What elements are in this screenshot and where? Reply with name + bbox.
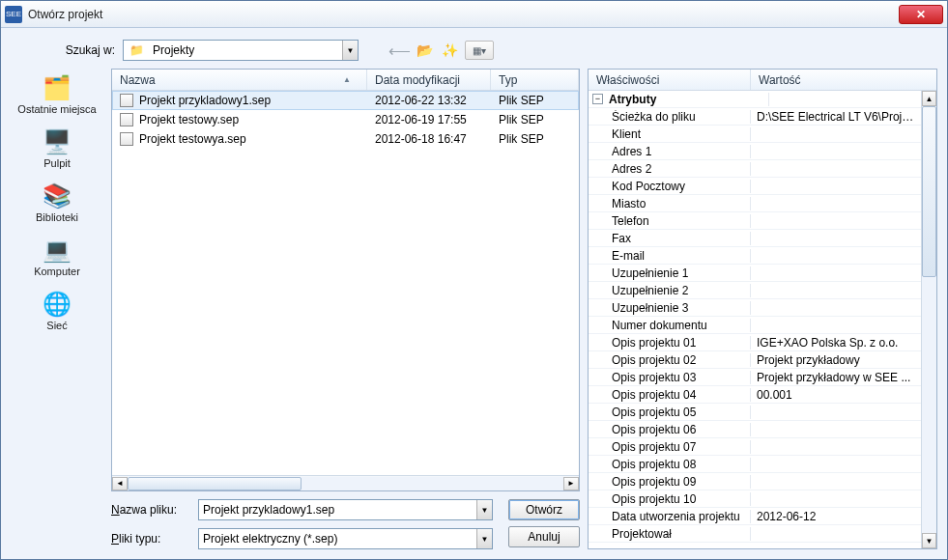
properties-body[interactable]: −AtrybutyŚcieżka do plikuD:\SEE Electric… bbox=[589, 91, 921, 548]
property-row[interactable]: Opis projektu 0400.001 bbox=[589, 386, 921, 404]
place-network[interactable]: 🌐 Sieć bbox=[14, 287, 100, 335]
file-date-cell: 2012-06-19 17:55 bbox=[367, 113, 491, 126]
place-desktop[interactable]: 🖥️ Pulpit bbox=[14, 125, 100, 173]
scroll-track[interactable] bbox=[922, 106, 936, 533]
property-row[interactable]: Telefon bbox=[589, 212, 921, 230]
property-value: Projekt przykładowy bbox=[751, 353, 921, 367]
chevron-down-icon[interactable]: ▼ bbox=[342, 41, 358, 60]
open-button[interactable]: Otwórz bbox=[508, 499, 580, 520]
property-key: Opis projektu 06 bbox=[589, 423, 751, 436]
property-key: Ścieżka do pliku bbox=[589, 110, 751, 124]
place-label: Ostatnie miejsca bbox=[17, 103, 96, 115]
horizontal-scrollbar[interactable]: ◄ ► bbox=[112, 475, 579, 490]
filetype-combo[interactable]: Projekt elektryczny (*.sep) ▼ bbox=[198, 528, 493, 549]
listview-header: Nazwa ▲ Data modyfikacji Typ bbox=[112, 70, 579, 91]
property-value: IGE+XAO Polska Sp. z o.o. bbox=[751, 336, 921, 350]
property-row[interactable]: Miasto bbox=[589, 195, 921, 212]
computer-icon: 💻 bbox=[43, 237, 72, 264]
place-recent[interactable]: 🗂️ Ostatnie miejsca bbox=[14, 70, 100, 119]
col-date[interactable]: Data modyfikacji bbox=[367, 70, 491, 90]
scroll-right-icon[interactable]: ► bbox=[563, 477, 579, 490]
property-row[interactable]: Adres 2 bbox=[589, 160, 921, 178]
recent-icon: 🗂️ bbox=[43, 74, 72, 101]
back-icon[interactable]: ⟵ bbox=[389, 41, 409, 60]
property-row[interactable]: Projektował bbox=[589, 525, 921, 543]
chevron-down-icon[interactable]: ▼ bbox=[476, 529, 492, 548]
property-row[interactable]: Kod Pocztowy bbox=[589, 178, 921, 195]
scroll-left-icon[interactable]: ◄ bbox=[112, 477, 128, 490]
place-libraries[interactable]: 📚 Biblioteki bbox=[14, 179, 100, 227]
property-row[interactable]: Opis projektu 03Projekt przykładowy w SE… bbox=[589, 369, 921, 386]
props-col-val[interactable]: Wartość bbox=[751, 70, 809, 90]
props-group-row[interactable]: −Atrybuty bbox=[589, 91, 921, 108]
property-row[interactable]: Opis projektu 01IGE+XAO Polska Sp. z o.o… bbox=[589, 334, 921, 351]
property-key: Opis projektu 05 bbox=[589, 406, 751, 419]
property-value: 2012-06-12 bbox=[751, 510, 921, 523]
filename-row: Nazwa pliku: Projekt przykladowy1.sep ▼ bbox=[111, 499, 493, 520]
open-project-dialog: SEE Otwórz projekt ✕ Szukaj w: 📁 Projekt… bbox=[0, 0, 948, 560]
property-row[interactable]: Data utworzenia projektu2012-06-12 bbox=[589, 508, 921, 525]
property-row[interactable]: Ścieżka do plikuD:\SEE Electrical LT V6\… bbox=[589, 108, 921, 126]
property-row[interactable]: Fax bbox=[589, 230, 921, 247]
scroll-track[interactable] bbox=[128, 477, 563, 490]
filename-combo[interactable]: Projekt przykladowy1.sep ▼ bbox=[198, 499, 493, 520]
property-row[interactable]: E-mail bbox=[589, 247, 921, 265]
file-row[interactable]: Projekt przykladowy1.sep2012-06-22 13:32… bbox=[112, 91, 579, 110]
filename-label: Nazwa pliku: bbox=[111, 503, 198, 517]
cancel-button[interactable]: Anuluj bbox=[508, 526, 580, 547]
listview-body[interactable]: Projekt przykladowy1.sep2012-06-22 13:32… bbox=[112, 91, 579, 475]
property-row[interactable]: Uzupełnienie 1 bbox=[589, 265, 921, 282]
col-name[interactable]: Nazwa ▲ bbox=[112, 70, 367, 90]
lookin-label: Szukaj w: bbox=[47, 43, 115, 57]
scroll-up-icon[interactable]: ▲ bbox=[922, 91, 936, 106]
scroll-down-icon[interactable]: ▼ bbox=[922, 533, 936, 548]
file-row[interactable]: Projekt testowya.sep2012-06-18 16:47Plik… bbox=[112, 129, 579, 149]
property-row[interactable]: Opis projektu 06 bbox=[589, 421, 921, 438]
lookin-combo[interactable]: 📁 Projekty ▼ bbox=[123, 40, 359, 61]
vertical-scrollbar[interactable]: ▲ ▼ bbox=[921, 91, 936, 548]
chevron-down-icon[interactable]: ▼ bbox=[476, 500, 492, 519]
property-row[interactable]: Opis projektu 07 bbox=[589, 438, 921, 456]
property-key: Miasto bbox=[589, 197, 751, 210]
property-row[interactable]: Uzupełnienie 2 bbox=[589, 282, 921, 299]
place-computer[interactable]: 💻 Komputer bbox=[14, 233, 100, 281]
property-row[interactable]: Numer dokumentu bbox=[589, 317, 921, 334]
property-row[interactable]: Opis projektu 05 bbox=[589, 404, 921, 421]
lookin-value: Projekty bbox=[149, 43, 342, 57]
scroll-thumb[interactable] bbox=[922, 106, 936, 277]
form-rows: Nazwa pliku: Projekt przykladowy1.sep ▼ … bbox=[111, 499, 493, 549]
props-col-key[interactable]: Właściwości bbox=[589, 70, 751, 90]
folder-up-icon[interactable]: 📂 bbox=[415, 41, 434, 60]
titlebar: SEE Otwórz projekt ✕ bbox=[1, 1, 947, 28]
sort-asc-icon: ▲ bbox=[343, 75, 351, 84]
property-key: Kod Pocztowy bbox=[589, 180, 751, 193]
file-icon bbox=[120, 94, 133, 107]
property-key: Uzupełnienie 1 bbox=[589, 266, 751, 280]
file-name-cell: Projekt testowya.sep bbox=[112, 132, 367, 146]
collapse-icon[interactable]: − bbox=[592, 94, 603, 104]
property-row[interactable]: Opis projektu 08 bbox=[589, 456, 921, 473]
property-row[interactable]: Adres 1 bbox=[589, 143, 921, 160]
folder-icon: 📁 bbox=[128, 42, 145, 59]
libraries-icon: 📚 bbox=[43, 182, 72, 210]
close-button[interactable]: ✕ bbox=[899, 5, 943, 24]
views-icon[interactable]: ▦▾ bbox=[465, 41, 494, 60]
col-name-label: Nazwa bbox=[120, 73, 156, 87]
file-icon bbox=[120, 132, 133, 146]
property-row[interactable]: Opis projektu 09 bbox=[589, 473, 921, 490]
property-value: 00.001 bbox=[751, 388, 921, 402]
file-row[interactable]: Projekt testowy.sep2012-06-19 17:55Plik … bbox=[112, 110, 579, 129]
scroll-thumb[interactable] bbox=[128, 477, 302, 490]
property-row[interactable]: Opis projektu 10 bbox=[589, 490, 921, 508]
property-key: Adres 1 bbox=[589, 145, 751, 158]
property-key: Opis projektu 04 bbox=[589, 388, 751, 402]
property-key: Opis projektu 10 bbox=[589, 492, 751, 506]
place-label: Sieć bbox=[46, 320, 67, 331]
col-type[interactable]: Typ bbox=[491, 70, 579, 90]
property-row[interactable]: Opis projektu 02Projekt przykładowy bbox=[589, 351, 921, 369]
property-row[interactable]: Klient bbox=[589, 126, 921, 143]
filetype-value: Projekt elektryczny (*.sep) bbox=[199, 532, 476, 546]
new-folder-icon[interactable]: ✨ bbox=[440, 41, 459, 60]
property-row[interactable]: Uzupełnienie 3 bbox=[589, 299, 921, 317]
property-key: Opis projektu 07 bbox=[589, 440, 751, 454]
